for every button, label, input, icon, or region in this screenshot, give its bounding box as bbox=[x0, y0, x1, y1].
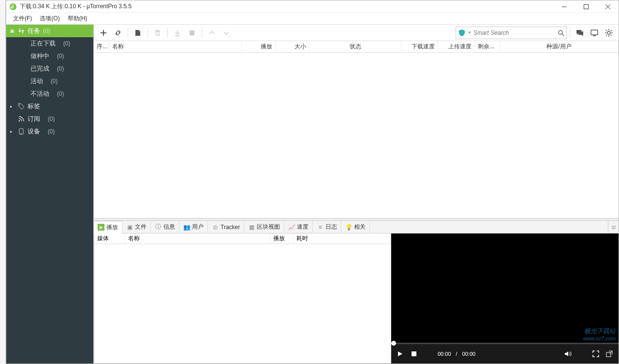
col-up[interactable]: 上传速度 bbox=[438, 41, 475, 52]
col-status[interactable]: 状态 bbox=[310, 41, 401, 52]
expand-icon: ▸ bbox=[10, 129, 15, 134]
expand-icon: ▸ bbox=[10, 104, 15, 109]
popout-button[interactable] bbox=[605, 349, 614, 358]
list-icon: ≡ bbox=[317, 224, 324, 231]
tab-info[interactable]: ⓘ信息 bbox=[151, 221, 179, 233]
sidebar-feeds[interactable]: 订阅 (0) bbox=[6, 113, 93, 125]
sidebar-item-seeding[interactable]: 做种中 (0) bbox=[6, 50, 93, 62]
create-torrent-button[interactable] bbox=[131, 26, 145, 40]
col-peers[interactable]: 种源/用户 bbox=[500, 41, 619, 52]
tab-speed[interactable]: 📈速度 bbox=[284, 221, 313, 233]
detail-pane: ▶播放 ▣文件 ⓘ信息 👥用户 ◎Tracker ▦区块视图 📈速度 ≡日志 💡… bbox=[94, 221, 619, 364]
time-current: 00:00 bbox=[438, 351, 451, 357]
chat-button[interactable] bbox=[573, 26, 587, 40]
play-button[interactable] bbox=[396, 349, 405, 358]
torrent-list[interactable] bbox=[94, 53, 619, 218]
sidebar-labels[interactable]: ▸ 标签 bbox=[6, 100, 93, 113]
fullscreen-button[interactable] bbox=[591, 349, 600, 358]
move-up-button[interactable] bbox=[205, 26, 219, 40]
titlebar: 下载:0.34 K 上传:0.10 K - µTorrentPro 3.5.5 bbox=[6, 0, 619, 13]
seek-bar[interactable] bbox=[391, 343, 619, 344]
col-play[interactable]: 播放 bbox=[242, 41, 276, 52]
tag-icon bbox=[18, 103, 25, 110]
stop-button[interactable] bbox=[185, 26, 199, 40]
app-window: 下载:0.34 K 上传:0.10 K - µTorrentPro 3.5.5 … bbox=[6, 0, 619, 364]
sidebar-item-active[interactable]: 活动 (0) bbox=[6, 75, 93, 87]
mcol-play[interactable]: 播放 bbox=[270, 233, 294, 244]
users-icon: 👥 bbox=[183, 224, 190, 231]
dropdown-arrow-icon[interactable]: ▼ bbox=[468, 30, 472, 35]
move-down-button[interactable] bbox=[220, 26, 233, 40]
col-size[interactable]: 大小 bbox=[276, 41, 310, 52]
svg-point-8 bbox=[21, 133, 22, 134]
target-icon: ◎ bbox=[212, 224, 219, 231]
mcol-media[interactable]: 媒体 bbox=[94, 233, 125, 244]
tab-play[interactable]: ▶播放 bbox=[94, 221, 122, 233]
app-icon bbox=[9, 3, 17, 11]
menu-options[interactable]: 选项(O) bbox=[36, 14, 63, 24]
svg-point-14 bbox=[607, 31, 610, 34]
sidebar-item-inactive[interactable]: 不活动 (0) bbox=[6, 87, 93, 100]
menu-file[interactable]: 文件(F) bbox=[9, 14, 36, 24]
sidebar-devices[interactable]: ▸ 设备 (0) bbox=[6, 125, 93, 138]
torrent-list-header[interactable]: 序... 名称 播放 大小 状态 下载速度 上传速度 剩余... 种源/用户 bbox=[94, 41, 619, 53]
tab-peers[interactable]: 👥用户 bbox=[179, 221, 208, 233]
seek-knob[interactable] bbox=[391, 341, 396, 346]
collapse-icon: ▣ bbox=[10, 29, 15, 33]
bulb-icon: 💡 bbox=[345, 224, 352, 231]
video-player: 极光下载站 www.xz7.com 00:00 / 00:00 bbox=[391, 233, 619, 364]
col-name[interactable]: 名称 bbox=[109, 41, 242, 52]
toolbar: ▼ bbox=[94, 25, 619, 41]
svg-rect-15 bbox=[412, 351, 416, 356]
tab-related[interactable]: 💡相关 bbox=[341, 221, 370, 233]
tab-files[interactable]: ▣文件 bbox=[122, 221, 151, 233]
time-sep: / bbox=[456, 351, 457, 357]
sidebar-tasks-count: (0) bbox=[43, 28, 50, 34]
grid-icon: ▦ bbox=[248, 224, 255, 231]
search-icon[interactable] bbox=[558, 29, 564, 36]
video-canvas[interactable] bbox=[391, 233, 619, 343]
folder-icon: ▣ bbox=[126, 224, 133, 231]
start-button[interactable] bbox=[171, 26, 184, 40]
menubar: 文件(F) 选项(O) 帮助(H) bbox=[6, 13, 619, 25]
svg-rect-2 bbox=[584, 4, 588, 9]
add-url-button[interactable] bbox=[111, 26, 125, 40]
volume-button[interactable] bbox=[563, 349, 572, 358]
maximize-button[interactable] bbox=[575, 0, 597, 13]
col-down[interactable]: 下载速度 bbox=[401, 41, 438, 52]
sidebar-item-completed[interactable]: 已完成 (0) bbox=[6, 62, 93, 75]
window-title: 下载:0.34 K 上传:0.10 K - µTorrentPro 3.5.5 bbox=[20, 2, 132, 11]
play-icon: ▶ bbox=[98, 224, 104, 231]
device-icon bbox=[18, 128, 25, 135]
close-button[interactable] bbox=[597, 0, 619, 13]
tab-tracker[interactable]: ◎Tracker bbox=[208, 221, 244, 233]
mcol-elapsed[interactable]: 耗时 bbox=[294, 233, 391, 244]
media-list-header[interactable]: 媒体 名称 播放 耗时 bbox=[94, 233, 391, 244]
chart-icon: 📈 bbox=[288, 224, 295, 231]
mcol-name[interactable]: 名称 bbox=[125, 233, 270, 244]
tab-overflow-button[interactable] bbox=[608, 221, 619, 233]
stop-button[interactable] bbox=[410, 349, 418, 358]
tab-log[interactable]: ≡日志 bbox=[313, 221, 341, 233]
transfer-icon bbox=[18, 28, 25, 34]
sidebar-tasks[interactable]: ▣ 任务 (0) bbox=[6, 25, 93, 37]
time-total: 00:00 bbox=[462, 351, 476, 357]
svg-line-11 bbox=[562, 34, 564, 36]
add-torrent-button[interactable] bbox=[97, 26, 110, 40]
remote-button[interactable] bbox=[588, 26, 601, 40]
tab-pieces[interactable]: ▦区块视图 bbox=[244, 221, 284, 233]
col-remain[interactable]: 剩余... bbox=[475, 41, 500, 52]
sidebar-item-downloading[interactable]: 正在下载 (0) bbox=[6, 37, 93, 50]
search-box[interactable]: ▼ bbox=[456, 27, 567, 39]
media-list-body[interactable] bbox=[94, 244, 391, 363]
minimize-button[interactable] bbox=[553, 0, 575, 13]
shield-icon bbox=[458, 29, 466, 37]
menu-help[interactable]: 帮助(H) bbox=[64, 14, 91, 24]
sidebar-tasks-label: 任务 bbox=[28, 27, 40, 35]
svg-rect-12 bbox=[591, 30, 598, 35]
search-input[interactable] bbox=[473, 29, 558, 36]
col-seq[interactable]: 序... bbox=[94, 41, 109, 52]
settings-button[interactable] bbox=[602, 26, 616, 40]
media-list: 媒体 名称 播放 耗时 bbox=[94, 233, 391, 364]
remove-button[interactable] bbox=[151, 26, 164, 40]
